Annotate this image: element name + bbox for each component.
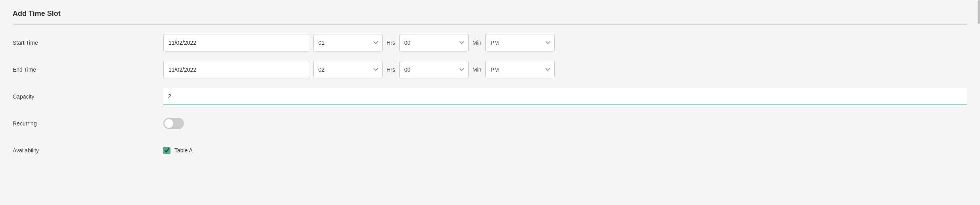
availability-row: Availability Table A (13, 142, 967, 159)
availability-checkbox[interactable] (163, 147, 170, 154)
capacity-label: Capacity (13, 93, 163, 100)
end-ampm-select[interactable]: AMPM (485, 61, 555, 78)
capacity-row: Capacity (13, 88, 967, 105)
end-time-row: End Time 01020304 05060708 09101112 Hrs … (13, 61, 967, 78)
scrollbar[interactable] (978, 0, 980, 24)
end-min-select[interactable]: 00153045 (399, 61, 469, 78)
toggle-slider (163, 118, 184, 129)
end-date-input[interactable] (163, 61, 310, 78)
start-ampm-select[interactable]: AMPM (485, 34, 555, 51)
end-time-controls: 01020304 05060708 09101112 Hrs 00153045 … (163, 61, 967, 78)
end-hrs-label: Hrs (387, 66, 395, 73)
start-time-label: Start Time (13, 40, 163, 46)
availability-option-label: Table A (174, 147, 193, 154)
capacity-input[interactable] (163, 88, 967, 105)
panel-title: Add Time Slot (13, 9, 967, 18)
start-min-select[interactable]: 00153045 (399, 34, 469, 51)
add-time-slot-panel: Add Time Slot Start Time 01020304 050607… (0, 0, 980, 205)
recurring-label: Recurring (13, 120, 163, 127)
start-hrs-label: Hrs (387, 40, 395, 46)
availability-label: Availability (13, 147, 163, 154)
start-hrs-select[interactable]: 01020304 05060708 09101112 (313, 34, 383, 51)
end-min-label: Min (473, 66, 482, 73)
start-time-row: Start Time 01020304 05060708 09101112 Hr… (13, 34, 967, 51)
recurring-toggle[interactable] (163, 118, 184, 129)
start-min-label: Min (473, 40, 482, 46)
availability-controls: Table A (163, 147, 967, 154)
end-hrs-select[interactable]: 01020304 05060708 09101112 (313, 61, 383, 78)
start-date-input[interactable] (163, 34, 310, 51)
recurring-row: Recurring (13, 115, 967, 132)
availability-option: Table A (163, 147, 193, 154)
start-time-controls: 01020304 05060708 09101112 Hrs 00153045 … (163, 34, 967, 51)
capacity-wrapper (163, 88, 967, 105)
end-time-label: End Time (13, 66, 163, 73)
recurring-controls (163, 118, 967, 129)
title-divider (13, 24, 967, 25)
